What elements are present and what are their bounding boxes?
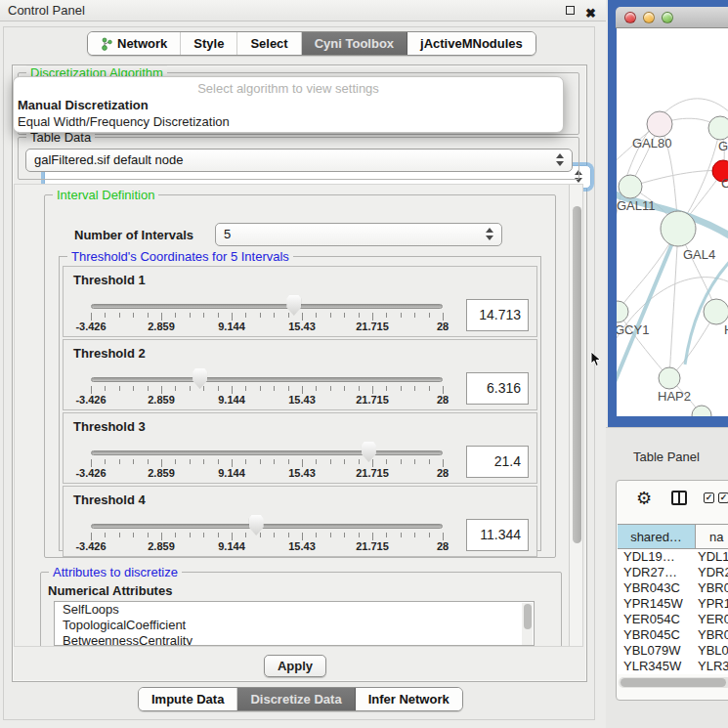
attribute-list-item[interactable]: BetweennessCentrality xyxy=(55,633,534,646)
slider-tick xyxy=(133,459,134,464)
attribute-list-item[interactable]: SelfLoops xyxy=(55,602,534,618)
column-header-shared-name[interactable]: shared… xyxy=(618,525,696,548)
network-window-titlebar xyxy=(616,7,728,28)
threshold-panel: Threshold 1 -3.4262.8599.14415.4321.7152… xyxy=(63,266,537,337)
slider-tick xyxy=(359,313,360,318)
network-node[interactable] xyxy=(647,111,672,137)
slider-tick xyxy=(148,313,149,318)
tab-style[interactable]: Style xyxy=(181,32,237,55)
slider-tick xyxy=(119,313,120,318)
tab-impute-data[interactable]: Impute Data xyxy=(139,688,237,710)
network-node[interactable] xyxy=(692,406,711,416)
slider-tick xyxy=(330,313,331,318)
table-data-combobox[interactable]: galFiltered.sif default node xyxy=(25,149,573,172)
table-horizontal-scrollbar[interactable] xyxy=(619,677,728,688)
slider-tick xyxy=(91,459,92,467)
threshold-value-field[interactable]: 21.4 xyxy=(466,446,529,478)
cell-shared-name: YLR345W xyxy=(618,659,698,674)
slider-tick xyxy=(274,459,275,464)
tab-infer-network[interactable]: Infer Network xyxy=(356,688,462,710)
gear-icon[interactable]: ⚙ xyxy=(636,488,652,509)
close-icon[interactable]: ✖ xyxy=(585,3,596,23)
network-node[interactable] xyxy=(659,367,680,389)
settings-scrollbar-thumb[interactable] xyxy=(573,206,581,543)
tab-discretize-data[interactable]: Discretize Data xyxy=(237,688,355,710)
close-traffic-light-icon[interactable] xyxy=(624,12,636,23)
threshold-slider-track[interactable] xyxy=(91,524,443,529)
column-header-name[interactable]: na xyxy=(696,525,728,548)
network-node[interactable] xyxy=(704,299,728,324)
apply-button[interactable]: Apply xyxy=(264,655,326,677)
table-row[interactable]: YER054C YER0 xyxy=(618,612,728,627)
attribute-list-item[interactable]: TopologicalCoefficient xyxy=(55,618,534,633)
split-columns-icon[interactable] xyxy=(671,491,687,505)
slider-tick xyxy=(288,459,289,464)
slider-tick xyxy=(245,459,246,464)
slider-scale-label: 2.859 xyxy=(148,467,175,479)
slider-tick xyxy=(260,313,261,318)
network-node-label: GCY1 xyxy=(617,322,649,337)
network-edge[interactable] xyxy=(630,171,723,187)
table-data-combobox-value: galFiltered.sif default node xyxy=(34,152,183,167)
numerical-attributes-list[interactable]: SelfLoopsTopologicalCoefficientBetweenne… xyxy=(54,601,535,646)
table-row[interactable]: YDR27… YDR2 xyxy=(618,565,728,580)
slider-scale-label: 28 xyxy=(437,540,449,552)
threshold-slider-track[interactable] xyxy=(91,450,443,455)
algorithm-option-equal-width[interactable]: Equal Width/Frequency Discretization xyxy=(18,114,230,129)
bottom-tabstrip: Impute Data Discretize Data Infer Networ… xyxy=(138,687,463,711)
slider-tick xyxy=(401,459,402,464)
threshold-slider-track[interactable] xyxy=(91,304,443,309)
slider-tick xyxy=(330,533,331,537)
tab-jactivemnodules[interactable]: jActiveMNodules xyxy=(407,32,535,55)
table-row[interactable]: YBR045C YBR0 xyxy=(618,627,728,643)
checkbox-icon[interactable]: ✓ xyxy=(704,492,714,503)
table-row[interactable]: YPR145W YPR1 xyxy=(618,596,728,612)
checkbox-icon[interactable]: ✓ xyxy=(718,492,728,503)
table-horizontal-scrollbar-thumb[interactable] xyxy=(621,678,726,687)
threshold-value-field[interactable]: 11.344 xyxy=(466,519,529,551)
algorithm-option-manual[interactable]: Manual Discretization xyxy=(18,98,149,112)
table-header-row: shared… na xyxy=(618,524,728,549)
number-of-intervals-combobox[interactable]: 5 xyxy=(215,223,502,246)
network-node[interactable] xyxy=(708,116,728,140)
threshold-label: Threshold 2 xyxy=(73,346,146,361)
slider-tick xyxy=(148,386,149,391)
float-window-icon[interactable] xyxy=(566,6,575,15)
cell-name: YLR3 xyxy=(698,659,728,674)
slider-tick xyxy=(245,533,246,537)
slider-tick xyxy=(203,459,204,464)
slider-scale-label: 15.43 xyxy=(288,540,316,552)
zoom-traffic-light-icon[interactable] xyxy=(662,12,673,23)
table-row[interactable]: YBR043C YBR0 xyxy=(618,580,728,596)
minimize-traffic-light-icon[interactable] xyxy=(643,12,655,23)
slider-tick xyxy=(316,533,317,537)
slider-scale-label: 2.859 xyxy=(148,540,175,552)
slider-tick xyxy=(91,533,92,540)
table-row[interactable]: YDL19… YDL1 xyxy=(618,549,728,565)
network-node[interactable] xyxy=(617,301,628,322)
table-row[interactable]: YBL079W YBL0 xyxy=(618,643,728,659)
cell-name: YDL1 xyxy=(698,549,728,565)
attribute-list-scrollbar-thumb[interactable] xyxy=(524,604,532,629)
tab-network[interactable]: Network xyxy=(88,32,181,55)
attribute-list-scrollbar[interactable] xyxy=(522,603,533,646)
slider-tick xyxy=(190,533,191,537)
slider-tick xyxy=(133,313,134,318)
table-row[interactable]: YLR345W YLR3 xyxy=(618,659,728,674)
cell-shared-name: YBL079W xyxy=(618,643,698,659)
threshold-value-field[interactable]: 14.713 xyxy=(466,299,529,331)
slider-tick xyxy=(175,386,176,391)
network-canvas[interactable]: GAL80GAL11GAL4GCY1HAP2GCH xyxy=(617,28,728,416)
network-node[interactable] xyxy=(619,175,642,198)
tab-cyni-toolbox[interactable]: Cyni Toolbox xyxy=(302,32,407,55)
table-panel-title: Table Panel xyxy=(633,450,700,464)
threshold-value-field[interactable]: 6.316 xyxy=(466,372,529,405)
slider-tick xyxy=(190,459,191,464)
slider-tick xyxy=(190,386,191,391)
network-node[interactable] xyxy=(661,211,696,246)
threshold-slider-track[interactable] xyxy=(91,377,443,382)
settings-scrollbar[interactable] xyxy=(569,185,583,646)
tab-select[interactable]: Select xyxy=(237,32,301,55)
table-panel-inner: ⚙ ✓ ✓ shared… na YDL19… YDL1 YDR27… YDR2… xyxy=(616,480,728,701)
slider-scale-label: 21.715 xyxy=(356,321,389,332)
